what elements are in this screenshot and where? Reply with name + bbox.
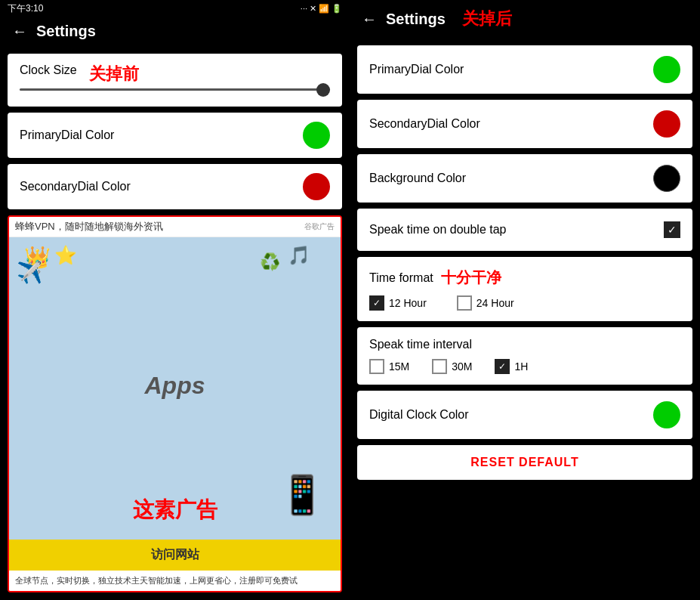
left-panel: 下午3:10 ··· ✕ 📶 🔋 ← Settings Clock Size 关… — [0, 0, 350, 600]
annotation-clean: 十分干净 — [441, 268, 501, 288]
right-background-color-swatch[interactable] — [653, 165, 680, 192]
interval-30m-option[interactable]: 30M — [432, 359, 472, 374]
right-primary-dial-row: PrimaryDial Color — [357, 45, 692, 94]
status-time: 下午3:10 — [8, 2, 43, 15]
hand-phone-icon: 📱 — [279, 473, 325, 517]
ad-box: 蜂蜂VPN，随时随地解锁海外资讯 谷歌广告 👑 ⭐ 🎵 ✈️ Apps 📱 ♻️… — [8, 215, 342, 592]
clock-size-slider[interactable] — [20, 88, 330, 91]
primary-dial-color-swatch[interactable] — [303, 122, 330, 149]
primary-dial-label: PrimaryDial Color — [20, 128, 114, 142]
time-format-title: Time format 十分干净 — [369, 268, 680, 288]
hour-24-checkbox[interactable] — [457, 295, 472, 311]
clock-size-label: Clock Size — [20, 63, 77, 77]
right-header: ← Settings 关掉后 — [350, 0, 700, 38]
left-header: ← Settings — [0, 17, 350, 46]
digital-clock-label: Digital Clock Color — [369, 408, 469, 422]
right-background-color-label: Background Color — [369, 172, 466, 185]
signal-icon: ··· — [301, 4, 307, 13]
interval-15m-option[interactable]: 15M — [369, 359, 409, 374]
speak-time-checkbox[interactable]: ✓ — [664, 221, 680, 238]
right-secondary-dial-row: SecondaryDial Color — [357, 100, 692, 148]
doodle-recycle: ♻️ — [260, 252, 280, 272]
interval-1h-option[interactable]: ✓ 1H — [495, 359, 528, 374]
ad-illustration: 👑 ⭐ 🎵 ✈️ Apps 📱 ♻️ — [9, 237, 341, 540]
digital-clock-color-swatch[interactable] — [653, 401, 680, 428]
ad-title: 蜂蜂VPN，随时随地解锁海外资讯 — [15, 220, 163, 234]
interval-30m-checkbox[interactable] — [432, 359, 447, 374]
right-secondary-dial-swatch[interactable] — [653, 110, 680, 138]
reset-default-label[interactable]: RESET DEFAULT — [470, 456, 578, 469]
secondary-dial-label: SecondaryDial Color — [20, 180, 131, 193]
right-primary-dial-label: PrimaryDial Color — [369, 63, 464, 76]
hour-12-checkbox[interactable]: ✓ — [369, 295, 384, 311]
secondary-dial-row: SecondaryDial Color — [8, 164, 342, 209]
ad-content-area: 👑 ⭐ 🎵 ✈️ Apps 📱 ♻️ 这素广告 — [9, 237, 341, 540]
interval-30m-label: 30M — [452, 360, 472, 373]
ad-visit-button[interactable]: 访问网站 — [9, 540, 341, 571]
right-panel: ← Settings 关掉后 PrimaryDial Color Seconda… — [350, 0, 700, 600]
left-back-button[interactable]: ← — [12, 23, 27, 40]
apps-text: Apps — [145, 372, 205, 400]
interval-options: 15M 30M ✓ 1H — [369, 359, 680, 374]
hour-24-option[interactable]: 24 Hour — [457, 295, 514, 311]
battery-icon: 🔋 — [331, 4, 342, 14]
doodle-plane: ✈️ — [17, 260, 43, 285]
annotation-after: 关掉后 — [462, 8, 512, 30]
right-secondary-dial-label: SecondaryDial Color — [369, 117, 480, 131]
secondary-dial-color-swatch[interactable] — [303, 173, 330, 200]
ad-footer: 全球节点，实时切换，独立技术主天智能加速，上网更省心，注册即可免费试 — [9, 571, 341, 591]
right-settings-content: PrimaryDial Color SecondaryDial Color Ba… — [350, 38, 700, 600]
time-format-label: Time format — [369, 271, 433, 285]
status-icons: ··· ✕ 📶 🔋 — [301, 4, 342, 14]
ad-sponsor: 谷歌广告 — [304, 221, 335, 232]
right-background-color-row: Background Color — [357, 154, 692, 203]
network-icon: ✕ — [310, 4, 316, 14]
clock-size-row: Clock Size 关掉前 — [8, 54, 342, 107]
annotation-before: 关掉前 — [89, 63, 139, 85]
left-settings-content: Clock Size 关掉前 PrimaryDial Color Seconda… — [0, 46, 350, 600]
interval-15m-label: 15M — [389, 360, 409, 373]
time-format-row: Time format 十分干净 ✓ 12 Hour 24 Hour — [357, 257, 692, 321]
interval-1h-label: 1H — [514, 360, 528, 373]
speak-interval-title: Speak time interval — [369, 338, 680, 351]
hour-24-label: 24 Hour — [476, 297, 514, 309]
right-back-button[interactable]: ← — [362, 11, 377, 28]
interval-1h-checkbox[interactable]: ✓ — [495, 359, 510, 374]
right-primary-dial-swatch[interactable] — [653, 56, 680, 83]
time-format-options: ✓ 12 Hour 24 Hour — [369, 295, 680, 311]
doodle-music: 🎵 — [288, 245, 310, 266]
doodle-star: ⭐ — [54, 245, 77, 266]
status-bar: 下午3:10 ··· ✕ 📶 🔋 — [0, 0, 350, 17]
right-speak-time-row: Speak time on double tap ✓ — [357, 209, 692, 251]
reset-default-row[interactable]: RESET DEFAULT — [357, 445, 692, 480]
right-title: Settings — [386, 11, 446, 28]
speak-interval-row: Speak time interval 15M 30M ✓ 1H — [357, 327, 692, 385]
right-speak-time-label: Speak time on double tap — [369, 223, 506, 237]
ad-header: 蜂蜂VPN，随时随地解锁海外资讯 谷歌广告 — [9, 217, 341, 237]
ad-annotation: 这素广告 — [133, 496, 217, 524]
hour-12-label: 12 Hour — [389, 297, 427, 309]
digital-clock-row: Digital Clock Color — [357, 391, 692, 439]
hour-12-option[interactable]: ✓ 12 Hour — [369, 295, 427, 311]
primary-dial-row: PrimaryDial Color — [8, 113, 342, 158]
left-title: Settings — [36, 23, 96, 40]
interval-15m-checkbox[interactable] — [369, 359, 384, 374]
wifi-icon: 📶 — [319, 4, 329, 14]
